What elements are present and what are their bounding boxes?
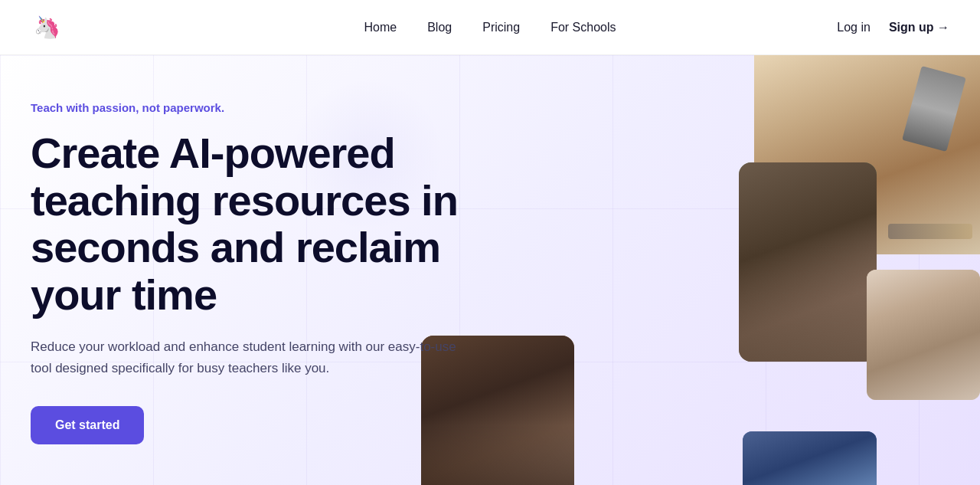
writing-image <box>867 270 980 400</box>
signup-link[interactable]: Sign up → <box>889 21 949 34</box>
nav-links: Home Blog Pricing For Schools <box>364 21 616 34</box>
hero-title: Create AI-powered teaching resources in … <box>31 129 490 318</box>
hero-content: Teach with passion, not paperwork. Creat… <box>0 55 521 485</box>
nav-link-home[interactable]: Home <box>364 21 397 34</box>
nav-actions: Log in Sign up → <box>837 21 949 34</box>
writing-photo-placeholder <box>867 270 980 400</box>
hero-subtitle: Reduce your workload and enhance student… <box>31 336 459 378</box>
nav-link-blog[interactable]: Blog <box>427 21 452 34</box>
unicorn-icon: 🦄 <box>31 11 63 44</box>
hero-cta-button[interactable]: Get started <box>31 406 144 444</box>
woman-laptop-photo-placeholder <box>739 162 877 362</box>
login-link[interactable]: Log in <box>837 21 871 34</box>
navbar: 🦄 Home Blog Pricing For Schools Log in S… <box>0 0 980 55</box>
tablet-image <box>743 431 877 485</box>
nav-link-pricing[interactable]: Pricing <box>482 21 520 34</box>
hero-section: Teach with passion, not paperwork. Creat… <box>0 55 980 485</box>
hero-tagline: Teach with passion, not paperwork. <box>31 101 490 114</box>
tablet-photo-placeholder <box>743 431 877 485</box>
logo[interactable]: 🦄 <box>31 11 63 44</box>
nav-link-for-schools[interactable]: For Schools <box>550 21 616 34</box>
hero-images <box>689 55 980 485</box>
woman-laptop-image <box>739 162 877 362</box>
